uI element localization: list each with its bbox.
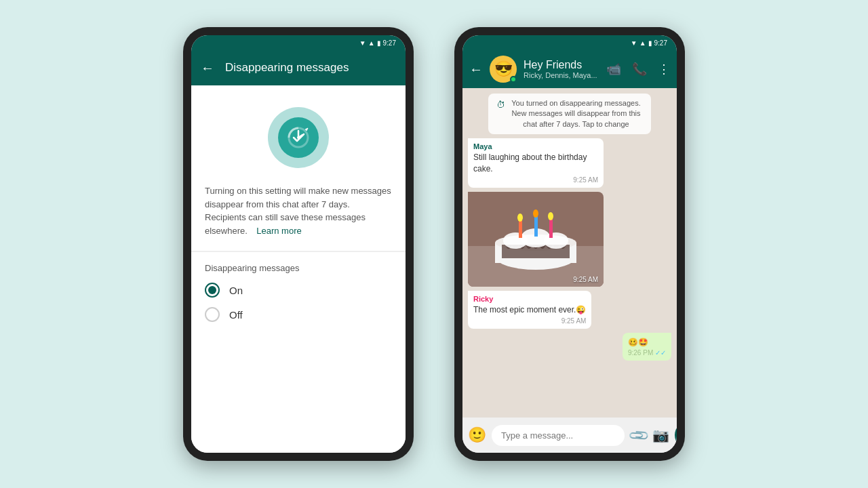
status-icons-1: ▼ ▲ ▮ 9:27	[359, 39, 396, 47]
camera-icon[interactable]: 📷	[652, 427, 669, 443]
radio-button-on[interactable]	[205, 283, 220, 298]
battery-icon: ▮	[377, 39, 381, 47]
chat-header: ← 😎 Hey Friends Ricky, Dennis, Maya... 📹…	[462, 50, 677, 88]
svg-point-10	[544, 232, 568, 249]
phone-1: ▼ ▲ ▮ 9:27 ← Disappearing messages	[183, 27, 414, 461]
time-display: 9:27	[383, 39, 396, 47]
phone-2: ▼ ▲ ▮ 9:27 ← 😎 Hey Friends Ricky, Dennis…	[454, 27, 685, 461]
signal-icon-2: ▲	[639, 39, 646, 47]
phone1-header: ← Disappearing messages	[191, 50, 406, 85]
radio-inner-on	[208, 286, 216, 294]
chat-back-button[interactable]: ←	[469, 62, 483, 77]
svg-rect-13	[549, 218, 553, 238]
svg-point-16	[548, 212, 553, 220]
emoji-picker-icon[interactable]: 🙂	[468, 426, 486, 444]
svg-point-15	[533, 209, 538, 218]
attach-icon[interactable]: 📎	[627, 424, 650, 447]
chat-actions: 📹 📞 ⋮	[606, 62, 670, 77]
wifi-icon-2: ▼	[631, 39, 637, 47]
chat-info[interactable]: Hey Friends Ricky, Dennis, Maya...	[524, 59, 599, 79]
chat-area: ⏱ You turned on disappearing messages. N…	[462, 88, 677, 418]
msg-time-maya: 9:25 AM	[473, 176, 598, 184]
page-title: Disappearing messages	[225, 61, 349, 75]
chat-input-bar: 🙂 📎 📷 🎤	[462, 418, 677, 453]
status-bar-1: ▼ ▲ ▮ 9:27	[191, 35, 406, 50]
icon-section	[191, 85, 406, 184]
video-call-icon[interactable]: 📹	[606, 62, 621, 77]
image-time: 9:25 AM	[573, 276, 598, 283]
settings-section: Disappearing messages On Off	[191, 252, 406, 342]
timer-icon	[278, 117, 319, 158]
wifi-icon: ▼	[359, 39, 366, 47]
chat-name: Hey Friends	[524, 59, 599, 71]
system-message[interactable]: ⏱ You turned on disappearing messages. N…	[488, 94, 651, 134]
radio-option-off[interactable]: Off	[205, 307, 392, 322]
radio-option-on[interactable]: On	[205, 283, 392, 298]
message-input[interactable]	[492, 425, 625, 446]
msg-time-outgoing: 9:26 PM ✓✓	[628, 349, 666, 357]
group-emoji: 😎	[494, 60, 513, 78]
learn-more-link[interactable]: Learn more	[256, 226, 301, 236]
svg-point-14	[517, 214, 523, 222]
timer-icon-circle	[268, 107, 329, 168]
msg-time-ricky: 9:25 AM	[473, 317, 586, 325]
settings-section-label: Disappearing messages	[205, 263, 392, 273]
phone1-content: Turning on this setting will make new me…	[191, 85, 406, 453]
radio-button-off[interactable]	[205, 307, 220, 322]
msg-text-outgoing: 🥴🤩	[628, 337, 666, 348]
msg-sender-maya: Maya	[473, 142, 598, 150]
timer-svg	[286, 125, 311, 150]
msg-sender-ricky: Ricky	[473, 295, 586, 303]
svg-rect-11	[519, 219, 522, 238]
message-outgoing: 🥴🤩 9:26 PM ✓✓	[623, 333, 671, 361]
avatar-status-dot	[510, 76, 517, 83]
voice-call-icon[interactable]: 📞	[632, 62, 647, 77]
radio-label-off: Off	[229, 309, 243, 321]
message-maya: Maya Still laughing about the birthday c…	[468, 138, 604, 188]
cake-image	[468, 192, 604, 287]
status-icons-2: ▼ ▲ ▮ 9:27	[631, 39, 667, 47]
status-bar-2: ▼ ▲ ▮ 9:27	[462, 35, 677, 50]
msg-text-ricky: The most epic moment ever.😜	[473, 304, 586, 316]
msg-status-tick: ✓✓	[655, 349, 666, 357]
back-button[interactable]: ←	[201, 60, 214, 76]
radio-label-on: On	[229, 285, 243, 296]
svg-rect-12	[534, 215, 538, 237]
message-image: 9:25 AM	[468, 192, 604, 287]
signal-icon: ▲	[368, 39, 375, 47]
mic-button[interactable]: 🎤	[675, 422, 677, 449]
battery-icon-2: ▮	[648, 39, 652, 47]
message-ricky: Ricky The most epic moment ever.😜 9:25 A…	[468, 291, 591, 329]
msg-text-maya: Still laughing about the birthday cake.	[473, 152, 598, 175]
system-message-text: You turned on disappearing messages. New…	[509, 98, 643, 129]
chat-members: Ricky, Dennis, Maya...	[524, 71, 599, 79]
time-display-2: 9:27	[654, 39, 667, 47]
cake-svg	[468, 192, 604, 287]
group-avatar: 😎	[490, 56, 517, 83]
system-msg-icon: ⏱	[496, 99, 505, 111]
description-section: Turning on this setting will make new me…	[191, 184, 406, 251]
more-options-icon[interactable]: ⋮	[658, 62, 670, 77]
